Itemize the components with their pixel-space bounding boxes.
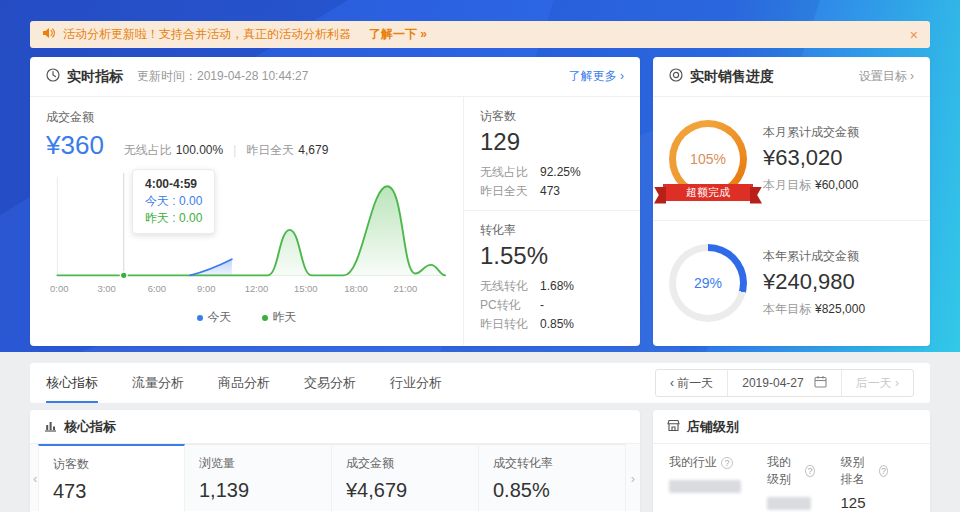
column-label: 级别排名 — [841, 454, 875, 488]
yesterday-value: 4,679 — [298, 143, 328, 157]
current-date: 2019-04-27 — [742, 376, 803, 390]
legend-dot-green — [262, 315, 268, 321]
sales-panel-header: 实时销售进度 设置目标 › — [653, 57, 930, 97]
amount-value: ¥360 — [46, 130, 104, 161]
legend-item-yesterday[interactable]: 昨天 — [262, 309, 297, 326]
x-tick: 3:00 — [97, 283, 115, 294]
metric-card-conversion[interactable]: 成交转化率 0.85% — [479, 444, 626, 511]
wireless-share-label: 无线占比 — [124, 143, 172, 157]
panel-title: 实时销售进度 — [690, 68, 774, 86]
stat-row: PC转化- — [480, 296, 624, 315]
column-label: 我的行业 — [669, 454, 717, 471]
tab-industry-analysis[interactable]: 行业分析 — [390, 363, 442, 403]
chart-canvas[interactable]: 0:00 3:00 6:00 9:00 12:00 15:00 18:00 21… — [46, 169, 448, 303]
target-icon — [669, 68, 683, 86]
rank-value: 125 — [841, 494, 889, 511]
x-tick: 18:00 — [344, 283, 368, 294]
month-amount-label: 本月累计成交金额 — [763, 124, 859, 141]
wireless-share-value: 100.00% — [176, 143, 223, 157]
metric-label: 成交金额 — [346, 455, 464, 472]
metric-value: 473 — [53, 480, 170, 503]
help-icon[interactable]: ? — [879, 465, 888, 477]
stat-value: 0.85% — [540, 315, 574, 334]
stat-label: 昨日转化 — [480, 315, 540, 334]
masked-value — [669, 480, 741, 493]
stat-row: 昨日全天473 — [480, 182, 624, 201]
tab-trade-analysis[interactable]: 交易分析 — [304, 363, 356, 403]
year-progress-gauge: 29% — [669, 244, 747, 322]
stat-value: 92.25% — [540, 163, 581, 182]
prev-day-button[interactable]: ‹ 前一天 — [656, 370, 727, 396]
divider: | — [233, 143, 236, 157]
year-amount-label: 本年累计成交金额 — [763, 248, 865, 265]
stat-label: 昨日全天 — [480, 182, 540, 201]
realtime-metrics-panel: 实时指标 更新时间：2019-04-28 10:44:27 了解更多 › 成交金… — [30, 57, 640, 346]
conversion-block: 转化率 1.55% 无线转化1.68% PC转化- 昨日转化0.85% — [464, 211, 640, 343]
metric-label: 成交转化率 — [493, 455, 611, 472]
amount-section: 成交金额 ¥360 无线占比100.00%|昨日全天4,679 — [30, 97, 464, 345]
scroll-left-icon[interactable]: ‹ — [33, 470, 37, 485]
notice-learn-more-link[interactable]: 了解一下 » — [369, 26, 427, 43]
date-picker[interactable]: 2019-04-27 — [727, 370, 840, 396]
x-tick: 12:00 — [245, 283, 269, 294]
visitors-value: 129 — [480, 128, 624, 156]
level-rank-column: 级别排名? 125 — [841, 454, 889, 511]
year-progress-row: 29% 本年累计成交金额 ¥240,980 本年目标¥825,000 — [653, 221, 930, 345]
year-target: 本年目标¥825,000 — [763, 301, 865, 318]
stat-value: 1.68% — [540, 277, 574, 296]
month-target: 本月目标¥60,000 — [763, 177, 859, 194]
shop-panel-header: 店铺级别 — [653, 410, 930, 444]
metric-card-amount[interactable]: 成交金额 ¥4,679 — [332, 444, 479, 511]
month-amount-value: ¥63,020 — [763, 145, 859, 171]
amount-label: 成交金额 — [46, 109, 447, 126]
year-target-value: ¥825,000 — [815, 302, 865, 316]
metric-card-visitors[interactable]: 访客数 473 — [38, 444, 185, 511]
stat-row: 无线占比92.25% — [480, 163, 624, 182]
realtime-panel-header: 实时指标 更新时间：2019-04-28 10:44:27 了解更多 › — [30, 57, 640, 97]
panel-title: 实时指标 — [67, 68, 123, 86]
learn-more-link[interactable]: 了解更多 › — [569, 68, 624, 85]
legend-label: 昨天 — [273, 309, 297, 326]
core-panel-header: 核心指标 — [30, 410, 640, 444]
year-target-label: 本年目标 — [763, 302, 811, 316]
my-industry-column: 我的行业? — [669, 454, 741, 511]
metric-card-row: ‹ 访客数 473 浏览量 1,139 成交金额 ¥4,679 成交转化率 0.… — [30, 444, 640, 511]
metric-card-pageviews[interactable]: 浏览量 1,139 — [185, 444, 332, 511]
visitors-block: 访客数 129 无线占比92.25% 昨日全天473 — [464, 97, 640, 211]
next-day-button[interactable]: 后一天 › — [841, 370, 913, 396]
scroll-right-icon[interactable]: › — [631, 470, 635, 485]
side-metrics: 访客数 129 无线占比92.25% 昨日全天473 转化率 1.55% 无线转… — [464, 97, 640, 345]
legend-label: 今天 — [208, 309, 232, 326]
stat-row: 无线转化1.68% — [480, 277, 624, 296]
column-label: 我的级别 — [767, 454, 801, 488]
sales-progress-panel: 实时销售进度 设置目标 › 105% 超额完成 本月累计成交金额 ¥63,020… — [653, 57, 930, 346]
tooltip-yesterday: 昨天 : 0.00 — [145, 210, 202, 227]
close-icon[interactable]: × — [910, 27, 918, 43]
chart-legend: 今天 昨天 — [46, 309, 447, 326]
tab-core-metrics[interactable]: 核心指标 — [46, 363, 98, 403]
tooltip-today: 今天 : 0.00 — [145, 193, 202, 210]
stat-value: - — [540, 296, 544, 315]
set-target-link[interactable]: 设置目标 › — [859, 68, 914, 85]
hourly-trend-chart[interactable]: 0:00 3:00 6:00 9:00 12:00 15:00 18:00 21… — [46, 169, 447, 307]
analysis-tab-bar: 核心指标 流量分析 商品分析 交易分析 行业分析 ‹ 前一天 2019-04-2… — [30, 363, 930, 403]
clock-icon — [46, 68, 60, 86]
tab-product-analysis[interactable]: 商品分析 — [218, 363, 270, 403]
x-tick: 0:00 — [50, 283, 68, 294]
speaker-icon — [42, 27, 55, 42]
stat-label: 无线转化 — [480, 277, 540, 296]
help-icon[interactable]: ? — [805, 465, 814, 477]
stat-label: PC转化 — [480, 296, 540, 315]
bar-chart-icon — [44, 418, 57, 436]
panel-title: 店铺级别 — [687, 418, 739, 436]
legend-item-today[interactable]: 今天 — [197, 309, 232, 326]
help-icon[interactable]: ? — [721, 457, 733, 469]
legend-dot-blue — [197, 315, 203, 321]
tab-traffic-analysis[interactable]: 流量分析 — [132, 363, 184, 403]
stat-label: 无线占比 — [480, 163, 540, 182]
tooltip-time-range: 4:00-4:59 — [145, 176, 202, 193]
visitors-label: 访客数 — [480, 108, 624, 125]
x-tick: 9:00 — [197, 283, 215, 294]
masked-value — [767, 497, 811, 510]
shop-icon — [667, 418, 680, 436]
